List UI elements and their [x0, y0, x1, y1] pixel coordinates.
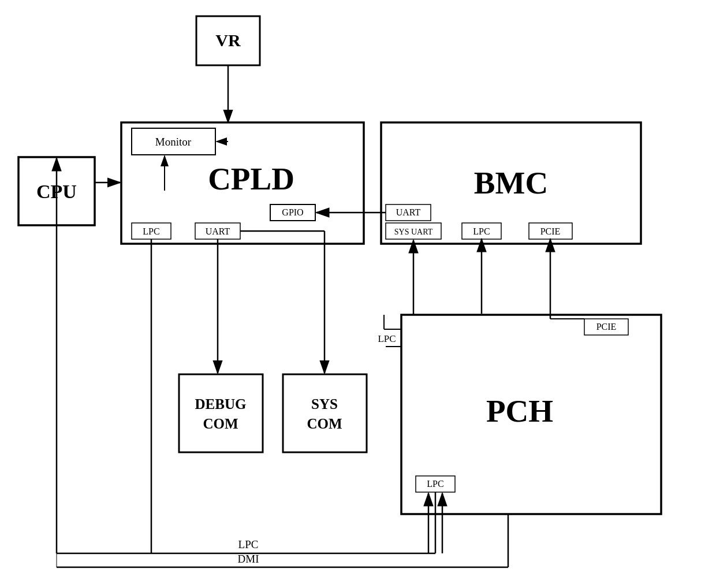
monitor-label: Monitor: [155, 136, 192, 148]
bmc-label: BMC: [474, 165, 548, 200]
lpc-pch-side: LPC: [378, 333, 396, 344]
vr-label: VR: [215, 31, 241, 50]
debug-label2: COM: [203, 416, 238, 431]
lpc-bmc-label: LPC: [473, 226, 490, 236]
lpc-bus-label: LPC: [238, 538, 259, 550]
sys-uart-label: SYS UART: [394, 228, 433, 236]
lpc-cpld-label: LPC: [143, 226, 159, 236]
pcie-pch-label: PCIE: [596, 322, 617, 332]
uart-bmc-label: UART: [396, 207, 421, 217]
pcie-bmc-label: PCIE: [540, 226, 561, 236]
lpc-pch-label: LPC: [427, 479, 443, 489]
uart-cpld-label: UART: [206, 226, 230, 236]
debug-com-box: [179, 374, 263, 452]
sys-com-label2: COM: [307, 416, 342, 431]
dmi-label: DMI: [238, 553, 259, 565]
cpld-label: CPLD: [208, 161, 294, 196]
sys-com-label1: SYS: [311, 396, 338, 412]
gpio-label: GPIO: [282, 207, 303, 217]
debug-label1: DEBUG: [195, 396, 247, 412]
pch-label: PCH: [486, 393, 553, 429]
sys-com-box: [283, 374, 367, 452]
